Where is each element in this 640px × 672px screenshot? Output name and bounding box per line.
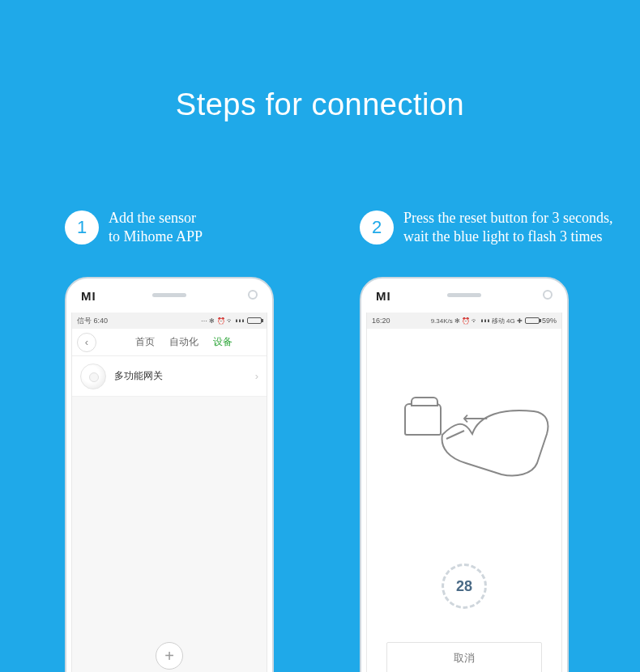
status-bar: 信号 6:40 ⋯ ✻ ⏰ ᯤ ▮▮▮ [72, 313, 267, 329]
pairing-panel: ⟵ 28 取消 [367, 329, 561, 672]
tab-devices[interactable]: 设备 [213, 335, 233, 349]
phone-2-screen: 16:20 9.34K/s ✻ ⏰ ᯤ ▮▮▮ 移动 4G ✚ 59% ⟵ 28… [366, 313, 562, 672]
step-2-text: Press the reset button for 3 seconds, wa… [403, 209, 612, 245]
step-badge-1: 1 [65, 211, 99, 245]
speaker-icon [447, 293, 481, 297]
device-name-label: 多功能网关 [114, 369, 255, 383]
step-2-line1: Press the reset button for 3 seconds, [403, 209, 612, 228]
arrow-left-icon: ⟵ [463, 408, 489, 429]
camera-icon [543, 290, 553, 300]
phone-1-screen: 信号 6:40 ⋯ ✻ ⏰ ᯤ ▮▮▮ ‹ 首页 自动化 设备 多功能网关 › … [71, 313, 267, 672]
battery-icon [247, 317, 262, 324]
phone-bezel-top: MI [361, 279, 567, 313]
chevron-right-icon: › [255, 370, 258, 382]
page-title: Steps for connection [0, 87, 640, 122]
status-time: 信号 6:40 [77, 316, 108, 326]
step-1-line1: Add the sensor [109, 209, 203, 228]
phone-mockup-1: MI 信号 6:40 ⋯ ✻ ⏰ ᯤ ▮▮▮ ‹ 首页 自动化 设备 多功能网关… [65, 277, 274, 672]
phone-mockup-2: MI 16:20 9.34K/s ✻ ⏰ ᯤ ▮▮▮ 移动 4G ✚ 59% ⟵… [360, 277, 569, 672]
mi-logo-icon: MI [376, 289, 391, 303]
battery-icon [525, 317, 540, 324]
status-time: 16:20 [372, 317, 390, 325]
step-2-line2: wait the blue light to flash 3 times [403, 228, 612, 246]
status-icons: 9.34K/s ✻ ⏰ ᯤ ▮▮▮ 移动 4G ✚ 59% [431, 317, 557, 325]
tab-automation[interactable]: 自动化 [169, 335, 198, 349]
step-badge-2: 2 [360, 211, 394, 245]
back-button[interactable]: ‹ [77, 333, 96, 352]
step-1-header: 1 Add the sensor to Mihome APP [65, 209, 203, 245]
battery-percent: 59% [542, 317, 557, 325]
sensor-illustration [404, 403, 442, 436]
status-indicators: ⋯ ✻ ⏰ ᯤ ▮▮▮ [201, 317, 245, 325]
step-1-text: Add the sensor to Mihome APP [109, 209, 203, 245]
hand-press-icon [438, 406, 552, 479]
add-device-button[interactable]: + [156, 642, 183, 670]
speaker-icon [152, 293, 186, 297]
gateway-icon [80, 364, 106, 389]
status-net: 9.34K/s ✻ ⏰ ᯤ ▮▮▮ 移动 4G ✚ [431, 317, 523, 325]
status-icons: ⋯ ✻ ⏰ ᯤ ▮▮▮ [201, 317, 262, 325]
step-2-header: 2 Press the reset button for 3 seconds, … [360, 209, 612, 245]
mi-logo-icon: MI [81, 289, 96, 303]
plus-icon: + [164, 647, 174, 666]
countdown-timer: 28 [442, 564, 487, 609]
cancel-button[interactable]: 取消 [386, 642, 542, 672]
add-device-area: + 添加子设备 [72, 642, 267, 672]
chevron-left-icon: ‹ [85, 336, 88, 348]
status-bar: 16:20 9.34K/s ✻ ⏰ ᯤ ▮▮▮ 移动 4G ✚ 59% [367, 313, 561, 329]
step-1-line2: to Mihome APP [109, 228, 203, 246]
tab-bar: ‹ 首页 自动化 设备 [72, 329, 267, 356]
camera-icon [248, 290, 258, 300]
phone-bezel-top: MI [66, 279, 272, 313]
device-row-gateway[interactable]: 多功能网关 › [72, 356, 267, 397]
tab-home[interactable]: 首页 [135, 335, 155, 349]
